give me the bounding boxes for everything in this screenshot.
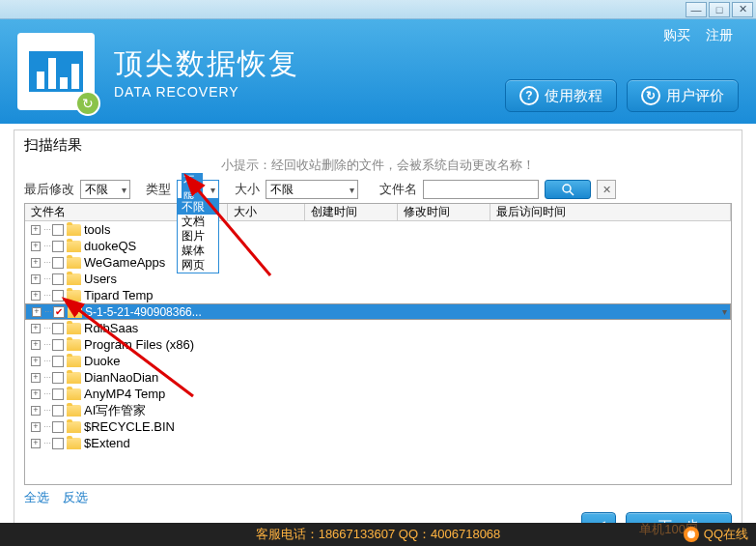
expand-icon[interactable]: + [31,291,41,301]
table-row[interactable]: +⋯$Extend [25,435,731,451]
col-accessed[interactable]: 最后访问时间 [490,204,731,220]
size-select[interactable]: 不限 [266,180,358,199]
folder-icon [67,241,81,252]
expand-icon[interactable]: + [31,340,41,350]
filename-label: 文件名 [379,181,417,198]
qq-icon [683,526,700,543]
recycle-icon: ↻ [75,91,100,116]
invert-selection-link[interactable]: 反选 [63,489,88,506]
expand-icon[interactable]: + [31,373,41,383]
app-logo: ↻ [17,33,95,110]
select-all-link[interactable]: 全选 [24,489,49,506]
modified-select[interactable]: 不限 [80,180,130,199]
row-checkbox[interactable] [52,388,64,400]
row-name: duokeQS [84,239,136,253]
table-row[interactable]: +⋯✔S-1-5-21-490908366... [25,303,731,320]
row-name: $RECYCLE.BIN [84,419,175,434]
row-checkbox[interactable]: ✔ [53,306,65,318]
file-tree: 文件名 大小 创建时间 修改时间 最后访问时间 +⋯tools+⋯duokeQS… [24,203,732,485]
close-button[interactable]: ✕ [732,2,753,17]
table-row[interactable]: +⋯RdlbSaas [25,320,731,336]
row-checkbox[interactable] [52,356,64,367]
row-name: Tipard Temp [84,288,154,302]
col-modified[interactable]: 修改时间 [398,204,490,220]
folder-icon [67,323,81,334]
table-row[interactable]: +⋯Program Files (x86) [25,336,731,353]
row-checkbox[interactable] [52,323,64,334]
folder-icon [67,356,81,367]
search-button[interactable] [545,180,591,199]
folder-icon [67,224,81,236]
folder-icon [67,339,81,351]
type-option[interactable]: 网页 [178,258,218,273]
clear-button[interactable]: ✕ [597,180,616,199]
minimize-button[interactable]: — [686,2,707,17]
results-title: 扫描结果 [24,136,732,155]
expand-icon[interactable]: + [31,225,41,235]
review-button[interactable]: ↻ 用户评价 [627,79,739,112]
table-row[interactable]: +⋯AnyMP4 Temp [25,386,731,402]
folder-icon [68,306,82,318]
maximize-button[interactable]: □ [709,2,730,17]
row-name: S-1-5-21-490908366... [85,305,202,319]
row-checkbox[interactable] [52,273,64,285]
register-link[interactable]: 注册 [706,27,733,44]
row-checkbox[interactable] [52,438,64,449]
type-option[interactable]: 媒体 [178,244,218,258]
tutorial-button[interactable]: ? 使用教程 [505,79,617,112]
app-title-cn: 顶尖数据恢复 [114,44,299,84]
row-checkbox[interactable] [52,405,64,417]
table-row[interactable]: +⋯WeGameApps [25,254,731,271]
table-row[interactable]: +⋯tools [25,221,731,238]
row-checkbox[interactable] [52,372,64,384]
row-name: AnyMP4 Temp [84,387,165,401]
type-select[interactable]: 不限 不限 文档 图片 媒体 网页 [177,180,219,199]
folder-icon [67,372,81,384]
type-option[interactable]: 文档 [178,215,218,229]
expand-icon[interactable]: + [31,258,41,268]
modified-label: 最后修改 [24,181,74,198]
row-name: tools [84,222,110,237]
expand-icon[interactable]: + [31,422,41,432]
type-label: 类型 [146,181,171,198]
folder-icon [67,388,81,400]
row-checkbox[interactable] [52,421,64,433]
expand-icon[interactable]: + [31,406,41,416]
row-checkbox[interactable] [52,290,64,302]
table-row[interactable]: +⋯AI写作管家 [25,402,731,418]
filter-bar: 最后修改 不限 类型 不限 不限 文档 图片 媒体 网页 大小 不限 文件名 ✕ [24,180,732,199]
filename-input[interactable] [423,180,539,199]
row-checkbox[interactable] [52,224,64,236]
table-row[interactable]: +⋯Users [25,271,731,287]
expand-icon[interactable]: + [31,357,41,366]
row-checkbox[interactable] [52,241,64,252]
app-header: ↻ 顶尖数据恢复 DATA RECOVERY 购买 注册 ? 使用教程 ↻ 用户… [0,19,756,124]
qq-online-link[interactable]: QQ在线 [683,526,748,543]
question-icon: ? [519,86,539,105]
row-name: RdlbSaas [84,321,138,335]
table-row[interactable]: +⋯Tipard Temp [25,287,731,303]
col-created[interactable]: 创建时间 [305,204,398,220]
row-name: AI写作管家 [84,402,146,419]
table-row[interactable]: +⋯$RECYCLE.BIN [25,418,731,435]
row-checkbox[interactable] [52,339,64,351]
expand-icon[interactable]: + [31,274,41,284]
row-name: Users [84,272,117,286]
folder-icon [67,273,81,285]
expand-icon[interactable]: + [31,389,41,399]
col-size[interactable]: 大小 [228,204,305,220]
row-checkbox[interactable] [52,257,64,269]
type-option[interactable]: 不限 [178,200,218,215]
type-option[interactable]: 图片 [178,229,218,244]
expand-icon[interactable]: + [31,324,41,333]
hint-text: 小提示：经回收站删除的文件，会被系统自动更改名称！ [24,157,732,174]
expand-icon[interactable]: + [31,439,41,448]
table-row[interactable]: +⋯duokeQS [25,238,731,254]
buy-link[interactable]: 购买 [663,27,690,44]
expand-icon[interactable]: + [32,307,42,317]
expand-icon[interactable]: + [31,242,41,251]
table-row[interactable]: +⋯Duoke [25,353,731,369]
svg-point-3 [687,531,695,538]
table-row[interactable]: +⋯DianNaoDian [25,369,731,386]
titlebar: — □ ✕ [0,0,756,19]
